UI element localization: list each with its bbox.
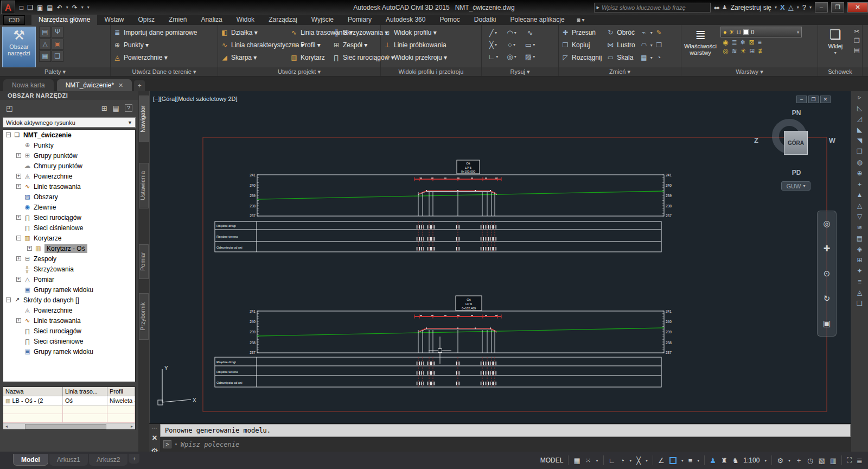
- section-view-2[interactable]: 241 240 239 238 237 241 240 239 238 237 …: [215, 296, 672, 387]
- search-arrow-icon[interactable]: ▸: [597, 4, 600, 11]
- tab-wyjscie[interactable]: Wyjście: [304, 15, 341, 25]
- layer-color-swatch[interactable]: [743, 29, 749, 35]
- layout-tab-model[interactable]: Model: [13, 454, 48, 466]
- viewport-minimize-icon[interactable]: –: [796, 96, 807, 103]
- toolbox-icon[interactable]: ▣: [52, 39, 63, 50]
- panel-label-palety[interactable]: Palety ▾: [0, 67, 110, 76]
- application-button[interactable]: C3D: [3, 15, 25, 25]
- help-icon[interactable]: ?: [802, 3, 806, 11]
- autoscale-icon[interactable]: ♜: [721, 457, 727, 465]
- paste-button[interactable]: ❏ Wklej▾: [820, 27, 851, 67]
- layout-tab-arkusz1[interactable]: Arkusz1: [49, 454, 88, 466]
- plot-icon[interactable]: ▤: [47, 4, 53, 11]
- tab-dodatki[interactable]: Dodatki: [467, 15, 503, 25]
- side-tab-ustawienia[interactable]: Ustawienia: [139, 163, 149, 208]
- layer-unlock2-icon[interactable]: ⊞: [749, 47, 755, 55]
- layer-off-icon[interactable]: ❄: [741, 39, 746, 46]
- tree-item-punkty[interactable]: ⊕Punkty: [3, 140, 135, 150]
- layer-freeze-icon[interactable]: ≣: [731, 39, 737, 46]
- ribbon-minimize-icon[interactable]: ◙ ▾: [577, 15, 585, 25]
- help-search-input[interactable]: ▸ Wpisz słowo kluczowe lub frazę: [594, 3, 711, 12]
- surfaces-button[interactable]: ◬Powierzchnie ▾: [113, 52, 197, 64]
- layer-walk-icon[interactable]: ≢: [758, 47, 764, 55]
- model-space-toggle[interactable]: MODEL: [540, 457, 564, 464]
- match-properties-icon[interactable]: ▤: [854, 46, 860, 54]
- diamond-icon[interactable]: ◈: [857, 245, 862, 253]
- tab-zmien[interactable]: Zmień: [162, 15, 194, 25]
- assembly-button[interactable]: ⊞Zespół ▾: [332, 39, 394, 51]
- pan-icon[interactable]: ✚: [824, 244, 831, 253]
- redo-icon[interactable]: ↷: [72, 4, 78, 11]
- layer-dropdown-caret-icon[interactable]: ▾: [797, 30, 799, 35]
- tab-pomoc[interactable]: Pomoc: [432, 15, 467, 25]
- lineweight-caret-icon[interactable]: ▾: [697, 458, 699, 463]
- exchange-apps-icon[interactable]: X: [780, 3, 785, 11]
- move-button[interactable]: ✚Przesuń: [561, 27, 602, 39]
- toolspace-header[interactable]: OBSZAR NARZĘDZI: [0, 91, 138, 100]
- tree-item-chmury-punktow[interactable]: ☁Chmury punktów: [3, 161, 135, 171]
- tree-expander[interactable]: +: [16, 174, 21, 179]
- open-file-icon[interactable]: ❏: [27, 4, 33, 11]
- units-icon[interactable]: ◷: [807, 457, 813, 465]
- view-mode-dropdown[interactable]: Widok aktywnego rysunku▼: [3, 117, 136, 128]
- tree-expander[interactable]: −: [6, 297, 11, 302]
- layer-thaw-sun-icon[interactable]: ☀: [729, 29, 735, 36]
- display-palette-icon[interactable]: ❑: [52, 50, 63, 62]
- restore-button[interactable]: ❐: [831, 2, 844, 12]
- undo-icon[interactable]: ↶: [57, 4, 62, 11]
- toolspace-help-icon[interactable]: ?: [125, 104, 132, 112]
- polyline-button[interactable]: ∟▾: [484, 50, 502, 62]
- tree-item-linie-trasowania[interactable]: +∿Linie trasowania: [3, 181, 135, 192]
- showmotion-icon[interactable]: ▣: [823, 319, 831, 328]
- redo-caret-icon[interactable]: ▾: [81, 5, 84, 10]
- tree-item-drawing-root[interactable]: −❏NMT_ćwiczenie: [3, 130, 135, 140]
- new-tab-button[interactable]: +: [134, 80, 145, 91]
- tab-pomiary[interactable]: Pomiary: [341, 15, 379, 25]
- ucs-dropdown[interactable]: GUW▾: [781, 181, 810, 191]
- road-crown[interactable]: [418, 192, 497, 195]
- isodraft-icon[interactable]: ╳: [636, 457, 641, 465]
- layer-match-icon[interactable]: ≡: [758, 39, 762, 46]
- surface-edit-icon[interactable]: ◿: [857, 115, 862, 123]
- annotation-scale-icon[interactable]: ♞: [732, 457, 739, 465]
- rectangle-button[interactable]: ▭▾: [521, 39, 539, 50]
- panel-label-warstwy[interactable]: Warstwy ▾: [681, 67, 818, 76]
- survey-toolspace-icon[interactable]: △: [39, 39, 51, 50]
- command-input[interactable]: > ▾ Wpisz polecenie: [160, 437, 851, 452]
- layout-tab-arkusz2[interactable]: Arkusz2: [89, 454, 127, 466]
- sample-line-label-1[interactable]: Oś LP 5 0+100,000: [457, 160, 480, 174]
- sample-line-label-2[interactable]: Oś LP 6 0+102,469: [456, 296, 482, 310]
- viewcube-north[interactable]: PN: [762, 109, 831, 117]
- layer-turn-on-icon[interactable]: ☀: [741, 47, 746, 55]
- command-recent-caret-icon[interactable]: ▾: [175, 442, 177, 447]
- layer-properties-button[interactable]: ≣ Właściwości warstwy: [684, 27, 717, 67]
- polar-tracking-icon[interactable]: ◔: [620, 457, 624, 465]
- viewport-controls-label[interactable]: [−][Góra][Model szkieletowy 2D]: [153, 96, 238, 102]
- properties-palette-icon[interactable]: ▤: [39, 27, 51, 38]
- column-header-profil[interactable]: Profil: [107, 387, 135, 396]
- help-caret-icon[interactable]: ▾: [809, 5, 812, 10]
- panel-label-dane[interactable]: Utwórz Dane o terenie ▾: [111, 67, 218, 76]
- tree-item-grupy-punktow[interactable]: +⊞Grupy punktów: [3, 150, 135, 161]
- minimize-button[interactable]: –: [815, 2, 828, 12]
- pipe-network-button[interactable]: ∏Sieć rurociągów ▾: [332, 52, 394, 64]
- tab-zarzadzaj[interactable]: Zarządzaj: [261, 15, 304, 25]
- tree-item-sc-ramki[interactable]: ▣Grupy ramek widoku: [3, 346, 135, 357]
- isodraft-caret-icon[interactable]: ▾: [646, 458, 648, 463]
- osnap-tracking-icon[interactable]: ∠: [658, 457, 665, 465]
- spline-button[interactable]: ∿: [521, 27, 539, 39]
- offset-icon[interactable]: ◔: [655, 54, 663, 61]
- tree-expander[interactable]: +: [16, 277, 21, 282]
- layer-stack-icon[interactable]: ▤: [857, 234, 863, 242]
- tree-item-sc-powierzchnie[interactable]: ◬Powierzchnie: [3, 305, 135, 315]
- command-prompt-icon[interactable]: >: [163, 440, 171, 448]
- mirror-button[interactable]: ⋈Lustro: [606, 39, 635, 51]
- pointer-icon[interactable]: ▹: [858, 93, 861, 101]
- xline-button[interactable]: ╳▾: [484, 39, 502, 50]
- toolspace-button[interactable]: ⚒ Obszar narzędzi: [2, 27, 36, 67]
- annotation-scale-value[interactable]: 1:100: [743, 457, 760, 464]
- drawing-canvas[interactable]: 241 240 239 238 237 241 240 239 238 237 …: [150, 91, 851, 423]
- command-grip-icon[interactable]: ▪▪▪: [152, 426, 157, 430]
- quick-properties-icon[interactable]: ▧: [818, 457, 825, 465]
- tree-item-pomiar[interactable]: +△Pomiar: [3, 274, 135, 284]
